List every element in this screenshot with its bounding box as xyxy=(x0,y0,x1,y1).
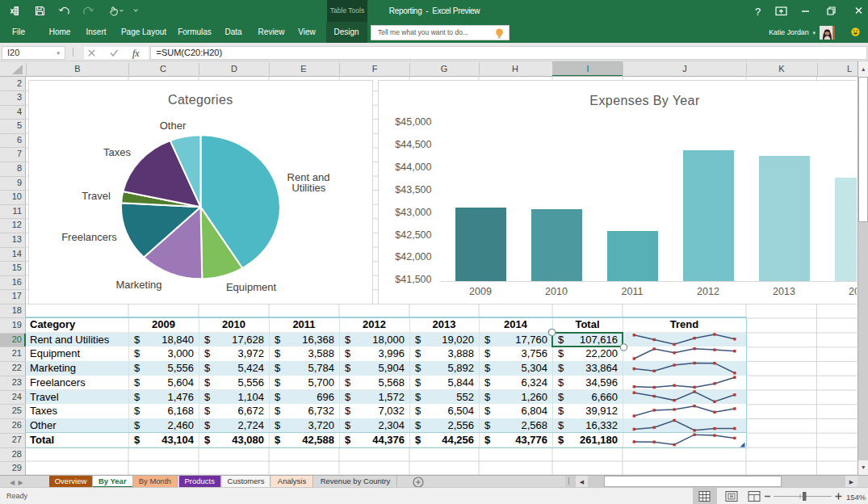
svg-text:fx: fx xyxy=(132,48,140,59)
svg-text:?: ? xyxy=(755,6,761,18)
svg-text:154%: 154% xyxy=(846,492,866,501)
